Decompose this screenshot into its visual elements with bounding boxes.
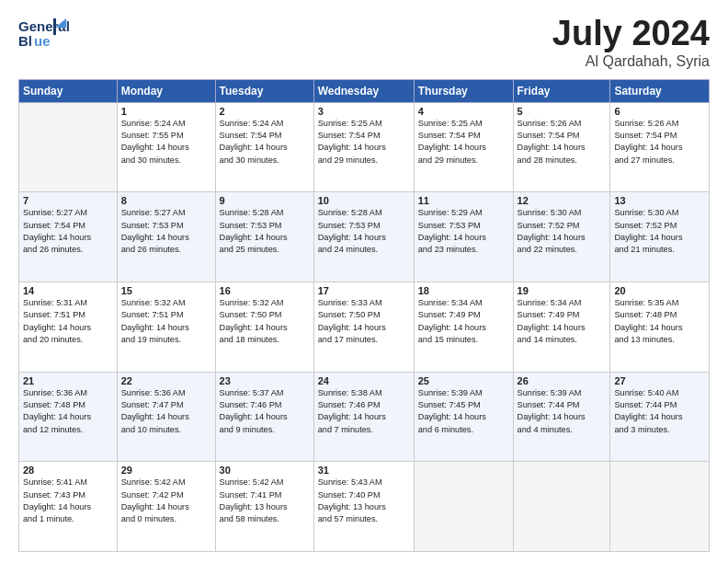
title-block: July 2024 Al Qardahah, Syria <box>552 15 710 70</box>
day-info: Sunrise: 5:24 AM Sunset: 7:54 PM Dayligh… <box>220 118 310 167</box>
day-number: 8 <box>121 195 211 206</box>
day-info: Sunrise: 5:42 AM Sunset: 7:42 PM Dayligh… <box>121 477 211 525</box>
day-info: Sunrise: 5:43 AM Sunset: 7:40 PM Dayligh… <box>318 477 410 525</box>
calendar-cell: 14Sunrise: 5:31 AM Sunset: 7:51 PM Dayli… <box>19 282 118 373</box>
day-number: 28 <box>23 465 113 476</box>
calendar-cell: 21Sunrise: 5:36 AM Sunset: 7:48 PM Dayli… <box>19 372 118 462</box>
calendar-cell: 19Sunrise: 5:34 AM Sunset: 7:49 PM Dayli… <box>513 282 610 373</box>
day-number: 13 <box>614 195 705 206</box>
calendar-cell: 18Sunrise: 5:34 AM Sunset: 7:49 PM Dayli… <box>414 282 513 373</box>
day-info: Sunrise: 5:30 AM Sunset: 7:52 PM Dayligh… <box>614 207 705 256</box>
calendar-cell: 7Sunrise: 5:27 AM Sunset: 7:54 PM Daylig… <box>19 192 118 282</box>
day-number: 16 <box>220 285 310 296</box>
col-header-thursday: Thursday <box>414 79 513 102</box>
day-info: Sunrise: 5:25 AM Sunset: 7:54 PM Dayligh… <box>318 118 410 167</box>
day-number: 15 <box>121 285 211 296</box>
calendar-cell: 30Sunrise: 5:42 AM Sunset: 7:41 PM Dayli… <box>215 462 313 552</box>
calendar-cell: 24Sunrise: 5:38 AM Sunset: 7:46 PM Dayli… <box>313 372 414 462</box>
header: General Bl ue July 2024 Al Qardahah, Syr… <box>18 15 710 70</box>
day-info: Sunrise: 5:39 AM Sunset: 7:45 PM Dayligh… <box>418 387 509 436</box>
month-title: July 2024 <box>552 15 710 53</box>
day-number: 18 <box>418 285 509 296</box>
day-info: Sunrise: 5:28 AM Sunset: 7:53 PM Dayligh… <box>220 207 310 256</box>
calendar-cell: 28Sunrise: 5:41 AM Sunset: 7:43 PM Dayli… <box>19 462 118 552</box>
calendar-cell: 20Sunrise: 5:35 AM Sunset: 7:48 PM Dayli… <box>610 282 710 373</box>
day-info: Sunrise: 5:27 AM Sunset: 7:53 PM Dayligh… <box>121 207 211 256</box>
day-number: 22 <box>121 375 211 386</box>
week-row-2: 7Sunrise: 5:27 AM Sunset: 7:54 PM Daylig… <box>19 192 710 282</box>
day-info: Sunrise: 5:24 AM Sunset: 7:55 PM Dayligh… <box>121 118 211 167</box>
day-number: 5 <box>518 106 607 117</box>
day-info: Sunrise: 5:42 AM Sunset: 7:41 PM Dayligh… <box>220 477 310 525</box>
day-info: Sunrise: 5:38 AM Sunset: 7:46 PM Dayligh… <box>318 387 410 436</box>
day-number: 25 <box>418 375 509 386</box>
logo: General Bl ue <box>18 15 72 55</box>
week-row-1: 1Sunrise: 5:24 AM Sunset: 7:55 PM Daylig… <box>19 102 710 192</box>
day-info: Sunrise: 5:27 AM Sunset: 7:54 PM Dayligh… <box>23 207 113 256</box>
day-info: Sunrise: 5:36 AM Sunset: 7:47 PM Dayligh… <box>121 387 211 436</box>
day-info: Sunrise: 5:32 AM Sunset: 7:51 PM Dayligh… <box>121 297 211 346</box>
calendar-cell <box>19 102 118 192</box>
day-number: 26 <box>518 375 607 386</box>
calendar-cell: 17Sunrise: 5:33 AM Sunset: 7:50 PM Dayli… <box>313 282 414 373</box>
calendar-cell <box>513 462 610 552</box>
week-row-5: 28Sunrise: 5:41 AM Sunset: 7:43 PM Dayli… <box>19 462 710 552</box>
day-number: 17 <box>318 285 410 296</box>
day-info: Sunrise: 5:29 AM Sunset: 7:53 PM Dayligh… <box>418 207 509 256</box>
col-header-saturday: Saturday <box>610 79 710 102</box>
day-info: Sunrise: 5:34 AM Sunset: 7:49 PM Dayligh… <box>418 297 509 346</box>
day-number: 6 <box>614 106 705 117</box>
day-info: Sunrise: 5:30 AM Sunset: 7:52 PM Dayligh… <box>518 207 607 256</box>
day-number: 24 <box>318 375 410 386</box>
day-number: 9 <box>220 195 310 206</box>
calendar-cell: 27Sunrise: 5:40 AM Sunset: 7:44 PM Dayli… <box>610 372 710 462</box>
day-info: Sunrise: 5:33 AM Sunset: 7:50 PM Dayligh… <box>318 297 410 346</box>
calendar-cell: 29Sunrise: 5:42 AM Sunset: 7:42 PM Dayli… <box>117 462 215 552</box>
calendar-cell: 25Sunrise: 5:39 AM Sunset: 7:45 PM Dayli… <box>414 372 513 462</box>
calendar-cell: 31Sunrise: 5:43 AM Sunset: 7:40 PM Dayli… <box>313 462 414 552</box>
day-number: 3 <box>318 106 410 117</box>
svg-rect-4 <box>53 18 56 35</box>
day-info: Sunrise: 5:39 AM Sunset: 7:44 PM Dayligh… <box>518 387 607 436</box>
day-info: Sunrise: 5:37 AM Sunset: 7:46 PM Dayligh… <box>220 387 310 436</box>
day-number: 30 <box>220 465 310 476</box>
logo-svg: General Bl ue <box>18 15 72 55</box>
calendar-cell: 10Sunrise: 5:28 AM Sunset: 7:53 PM Dayli… <box>313 192 414 282</box>
day-info: Sunrise: 5:28 AM Sunset: 7:53 PM Dayligh… <box>318 207 410 256</box>
svg-text:ue: ue <box>34 33 51 49</box>
day-number: 12 <box>518 195 607 206</box>
calendar-cell: 26Sunrise: 5:39 AM Sunset: 7:44 PM Dayli… <box>513 372 610 462</box>
col-header-sunday: Sunday <box>19 79 118 102</box>
calendar-cell: 16Sunrise: 5:32 AM Sunset: 7:50 PM Dayli… <box>215 282 313 373</box>
day-number: 23 <box>220 375 310 386</box>
day-number: 1 <box>121 106 211 117</box>
calendar-cell: 1Sunrise: 5:24 AM Sunset: 7:55 PM Daylig… <box>117 102 215 192</box>
day-info: Sunrise: 5:40 AM Sunset: 7:44 PM Dayligh… <box>614 387 705 436</box>
calendar-cell: 4Sunrise: 5:25 AM Sunset: 7:54 PM Daylig… <box>414 102 513 192</box>
calendar-cell: 22Sunrise: 5:36 AM Sunset: 7:47 PM Dayli… <box>117 372 215 462</box>
calendar-cell: 13Sunrise: 5:30 AM Sunset: 7:52 PM Dayli… <box>610 192 710 282</box>
calendar-cell: 23Sunrise: 5:37 AM Sunset: 7:46 PM Dayli… <box>215 372 313 462</box>
calendar-table: SundayMondayTuesdayWednesdayThursdayFrid… <box>18 79 710 552</box>
calendar-cell: 8Sunrise: 5:27 AM Sunset: 7:53 PM Daylig… <box>117 192 215 282</box>
day-info: Sunrise: 5:25 AM Sunset: 7:54 PM Dayligh… <box>418 118 509 167</box>
day-number: 21 <box>23 375 113 386</box>
day-number: 14 <box>23 285 113 296</box>
day-number: 29 <box>121 465 211 476</box>
day-info: Sunrise: 5:31 AM Sunset: 7:51 PM Dayligh… <box>23 297 113 346</box>
day-number: 7 <box>23 195 113 206</box>
svg-text:Bl: Bl <box>18 33 32 49</box>
day-number: 27 <box>614 375 705 386</box>
calendar-cell: 6Sunrise: 5:26 AM Sunset: 7:54 PM Daylig… <box>610 102 710 192</box>
day-info: Sunrise: 5:26 AM Sunset: 7:54 PM Dayligh… <box>518 118 607 167</box>
col-header-wednesday: Wednesday <box>313 79 414 102</box>
day-info: Sunrise: 5:34 AM Sunset: 7:49 PM Dayligh… <box>518 297 607 346</box>
day-info: Sunrise: 5:36 AM Sunset: 7:48 PM Dayligh… <box>23 387 113 436</box>
week-row-3: 14Sunrise: 5:31 AM Sunset: 7:51 PM Dayli… <box>19 282 710 373</box>
calendar-cell: 9Sunrise: 5:28 AM Sunset: 7:53 PM Daylig… <box>215 192 313 282</box>
day-number: 4 <box>418 106 509 117</box>
calendar-cell: 11Sunrise: 5:29 AM Sunset: 7:53 PM Dayli… <box>414 192 513 282</box>
day-info: Sunrise: 5:41 AM Sunset: 7:43 PM Dayligh… <box>23 477 113 525</box>
col-header-tuesday: Tuesday <box>215 79 313 102</box>
week-row-4: 21Sunrise: 5:36 AM Sunset: 7:48 PM Dayli… <box>19 372 710 462</box>
